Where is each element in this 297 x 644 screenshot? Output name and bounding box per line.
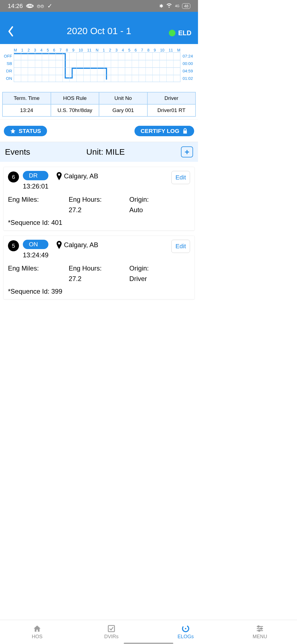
origin-value: Auto xyxy=(129,206,190,214)
origin-label: Origin: xyxy=(129,264,190,272)
event-location: Calgary, AB xyxy=(56,241,98,249)
events-header: Events Unit: MILE + xyxy=(0,142,198,162)
eng-miles-label: Eng Miles: xyxy=(8,196,69,203)
event-location-text: Calgary, AB xyxy=(64,241,98,249)
edit-event-button[interactable]: Edit xyxy=(171,171,190,184)
battery-icon: 48 xyxy=(182,3,190,9)
cellular-icon: 4G xyxy=(175,4,179,8)
location-pin-icon xyxy=(56,172,62,180)
event-time: 13:24:49 xyxy=(23,251,48,259)
status-time: 14:26 xyxy=(8,2,23,10)
event-index: 6 xyxy=(8,171,19,182)
status-bar: 14:26 LINE ⌾⌾ ✓ ✱ 4G 48 xyxy=(0,0,198,12)
info-col: Unit NoGary 001 xyxy=(99,92,148,116)
star-icon xyxy=(10,128,16,134)
info-header: HOS Rule xyxy=(51,92,99,105)
eng-hours-label: Eng Hours: xyxy=(69,264,130,272)
event-index: 5 xyxy=(8,240,19,251)
certify-log-button[interactable]: CERTIFY LOG xyxy=(134,126,194,136)
event-sequence: *Sequence Id: 401 xyxy=(8,219,190,227)
voicemail-icon: ⌾⌾ xyxy=(37,2,44,10)
event-location-text: Calgary, AB xyxy=(64,172,98,180)
event-card: 5 ON 13:24:49 Calgary, AB Edit Eng Miles… xyxy=(3,236,195,299)
add-event-button[interactable]: + xyxy=(181,146,193,157)
chart-grid xyxy=(14,52,180,82)
info-table: Term. Time13:24HOS RuleU.S. 70hr/8dayUni… xyxy=(2,92,196,117)
eng-miles-value xyxy=(8,275,69,283)
page-title: 2020 Oct 01 - 1 xyxy=(0,26,198,36)
event-time: 13:26:01 xyxy=(23,182,48,190)
info-col: Term. Time13:24 xyxy=(3,92,51,116)
bluetooth-icon: ✱ xyxy=(159,3,163,9)
event-status-pill: ON xyxy=(23,240,48,249)
hos-chart: M1234567891011N1234567891011M OFFSBDRON … xyxy=(0,44,198,84)
eng-hours-label: Eng Hours: xyxy=(69,196,130,203)
certify-log-label: CERTIFY LOG xyxy=(141,128,179,134)
events-title: Events xyxy=(5,147,30,157)
check-icon: ✓ xyxy=(47,2,52,10)
chart-x-axis: M1234567891011N1234567891011M xyxy=(14,48,180,52)
status-button-label: STATUS xyxy=(19,128,41,134)
origin-label: Origin: xyxy=(129,196,190,203)
event-status-pill: DR xyxy=(23,171,48,180)
edit-event-button[interactable]: Edit xyxy=(171,240,190,253)
info-col: DriverDriver01 RT xyxy=(148,92,196,116)
wifi-icon xyxy=(166,2,172,10)
lock-icon xyxy=(182,128,188,134)
info-header: Unit No xyxy=(99,92,147,105)
info-header: Driver xyxy=(148,92,196,105)
app-header: 2020 Oct 01 - 1 ELD xyxy=(0,12,198,44)
event-sequence: *Sequence Id: 399 xyxy=(8,288,190,295)
eld-status-dot-icon xyxy=(169,30,175,36)
origin-value: Driver xyxy=(129,275,190,283)
eng-miles-value xyxy=(8,206,69,214)
eng-hours-value: 27.2 xyxy=(69,275,130,283)
info-value: Driver01 RT xyxy=(148,105,196,116)
event-card: 6 DR 13:26:01 Calgary, AB Edit Eng Miles… xyxy=(3,167,195,231)
events-unit: Unit: MILE xyxy=(86,147,125,157)
info-col: HOS RuleU.S. 70hr/8day xyxy=(51,92,100,116)
eng-hours-value: 27.2 xyxy=(69,206,130,214)
info-value: 13:24 xyxy=(3,105,51,116)
eng-miles-label: Eng Miles: xyxy=(8,264,69,272)
action-row: STATUS CERTIFY LOG xyxy=(0,119,198,142)
plus-icon: + xyxy=(185,147,189,157)
back-button[interactable] xyxy=(7,26,14,38)
line-icon: LINE xyxy=(26,4,34,8)
info-value: Gary 001 xyxy=(99,105,147,116)
eld-status: ELD xyxy=(169,29,191,37)
status-button[interactable]: STATUS xyxy=(4,126,47,136)
location-pin-icon xyxy=(56,241,62,249)
eld-status-label: ELD xyxy=(178,29,191,37)
chart-totals: 07:2400:0004:5901:02 xyxy=(180,52,196,82)
info-header: Term. Time xyxy=(3,92,51,105)
event-location: Calgary, AB xyxy=(56,172,98,180)
chart-y-axis: OFFSBDRON xyxy=(2,52,14,82)
info-value: U.S. 70hr/8day xyxy=(51,105,99,116)
